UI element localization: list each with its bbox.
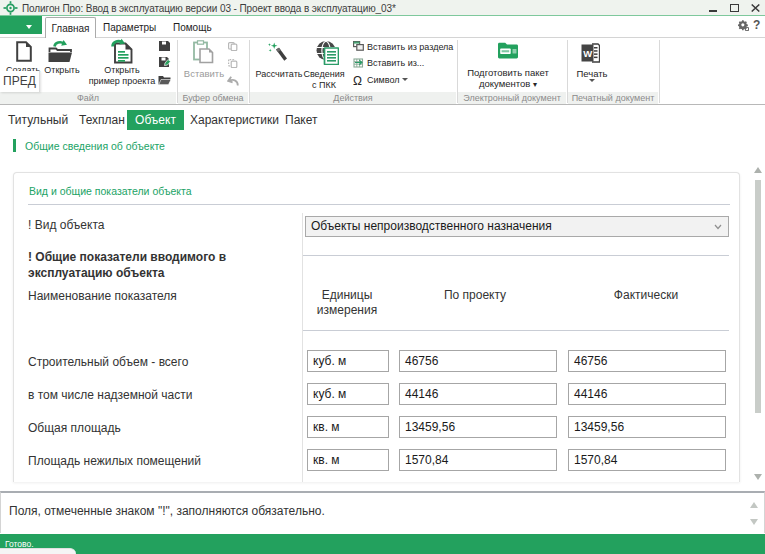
svg-text:W: W bbox=[583, 48, 592, 59]
